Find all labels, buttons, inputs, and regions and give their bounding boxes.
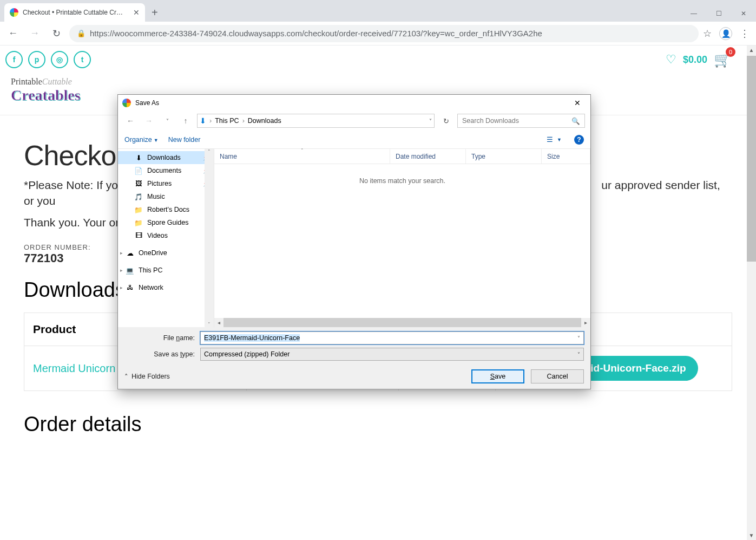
sidebar-root-item[interactable]: ▸💻This PC [118, 264, 214, 277]
hide-folders-toggle[interactable]: ˄ Hide Folders [124, 373, 170, 381]
sidebar-item[interactable]: 📁Robert's Docs [118, 203, 214, 216]
save-type-select[interactable]: Compressed (zipped) Folder ˅ [200, 348, 584, 361]
close-tab-icon[interactable]: ✕ [133, 8, 140, 17]
person-icon: 👤 [721, 29, 731, 38]
folder-icon: 🎞 [134, 231, 143, 240]
folder-icon: 📁 [134, 218, 143, 227]
dropdown-caret-icon[interactable]: ˅ [577, 335, 580, 341]
forward-button[interactable]: → [26, 25, 43, 42]
dialog-title: Save As [135, 99, 566, 107]
sidebar-item-label: Music [147, 193, 165, 200]
view-options-button[interactable]: ☰▼ [544, 134, 564, 145]
back-button[interactable]: ← [4, 25, 22, 42]
sidebar-item[interactable]: 🖼Pictures📌 [118, 177, 214, 190]
sidebar-item-label: Videos [147, 232, 168, 239]
instagram-icon[interactable]: ◎ [51, 51, 68, 68]
breadcrumb-field[interactable]: ⬇ › This PC › Downloads ˅ [197, 114, 435, 128]
browser-tab[interactable]: Checkout • Printable Cuttable Cr… ✕ [4, 3, 145, 22]
save-type-value: Compressed (zipped) Folder [204, 350, 290, 358]
social-links: f p ◎ t [5, 51, 91, 68]
pinterest-icon[interactable]: p [28, 51, 45, 68]
cart-total: $0.00 [683, 54, 707, 66]
reload-button[interactable]: ↻ [48, 25, 65, 42]
expand-chevron-icon[interactable]: ▸ [120, 250, 123, 256]
search-placeholder: Search Downloads [462, 117, 519, 125]
window-maximize-button[interactable]: ☐ [706, 5, 731, 22]
column-size[interactable]: Size [542, 149, 590, 164]
column-date[interactable]: Date modified [390, 149, 466, 164]
sidebar-root-item[interactable]: ▸☁OneDrive [118, 246, 214, 259]
nav-recent-button[interactable]: ˅ [160, 118, 174, 124]
kebab-menu-icon[interactable]: ⋮ [740, 28, 750, 40]
breadcrumb-current[interactable]: Downloads [248, 117, 281, 125]
dialog-path-row: ← → ˅ ↑ ⬇ › This PC › Downloads ˅ ↻ Sear… [118, 111, 590, 131]
address-bar[interactable]: 🔒 https://woocommerce-243384-749024.clou… [69, 25, 699, 42]
sidebar-item[interactable]: 🎵Music [118, 190, 214, 203]
dialog-fields: File name: File name: E391FB-Mermaid-Uni… [118, 327, 590, 365]
logo-text-1b: Cuttable [42, 77, 72, 86]
sidebar-item-label: Documents [147, 167, 181, 174]
lock-icon: 🔒 [77, 29, 86, 37]
refresh-button[interactable]: ↻ [439, 117, 453, 125]
save-type-label: Save as type: [124, 350, 195, 358]
sidebar-scrollbar[interactable]: ˄˅ [205, 149, 214, 327]
sidebar-item[interactable]: ⬇Downloads📌 [118, 151, 214, 164]
wishlist-heart-icon[interactable]: ♡ [666, 53, 676, 67]
sidebar-item-label: Network [139, 284, 163, 291]
order-details-heading: Order details [24, 413, 732, 436]
help-button[interactable]: ? [574, 135, 584, 145]
sidebar-item-label: Spore Guides [147, 219, 188, 226]
window-close-button[interactable]: ✕ [731, 5, 756, 22]
expand-chevron-icon[interactable]: ▸ [120, 268, 123, 273]
dialog-toolbar: Organize▼ New folder ☰▼ ? [118, 131, 590, 149]
folder-icon: 📁 [134, 205, 143, 214]
window-minimize-button[interactable]: ― [681, 5, 706, 22]
twitter-icon[interactable]: t [74, 51, 91, 68]
dropdown-caret-icon[interactable]: ˅ [577, 352, 580, 357]
window-controls: ― ☐ ✕ [681, 5, 756, 22]
sidebar-root-item[interactable]: ▸🖧Network [118, 281, 214, 294]
organize-menu[interactable]: Organize▼ [124, 136, 159, 144]
site-topbar: f p ◎ t ♡ $0.00 🛒 0 [0, 45, 756, 74]
search-input[interactable]: Search Downloads 🔍 [457, 114, 585, 128]
chevron-up-icon: ˄ [124, 373, 128, 381]
browser-toolbar: ← → ↻ 🔒 https://woocommerce-243384-74902… [0, 22, 756, 45]
sort-indicator-icon: ˄ [301, 148, 304, 153]
cancel-button[interactable]: Cancel [531, 369, 584, 383]
expand-chevron-icon[interactable]: ▸ [120, 285, 123, 290]
sidebar-item[interactable]: 📄Documents📌 [118, 164, 214, 177]
site-logo[interactable]: PrintableCuttable Creatables [11, 77, 103, 104]
cart-button[interactable]: 🛒 0 [714, 51, 731, 68]
nav-forward-button[interactable]: → [142, 116, 156, 125]
chrome-icon [122, 99, 131, 107]
save-as-dialog: Save As ✕ ← → ˅ ↑ ⬇ › This PC › Download… [117, 94, 591, 389]
new-folder-button[interactable]: New folder [168, 136, 201, 144]
sidebar-item[interactable]: 📁Spore Guides [118, 216, 214, 229]
page-scrollbar[interactable]: ▲ ▼ [747, 45, 756, 540]
save-button[interactable]: Save [471, 369, 524, 383]
nav-back-button[interactable]: ← [123, 116, 137, 125]
new-tab-button[interactable]: + [145, 3, 165, 22]
drive-icon: 🖧 [126, 283, 134, 292]
url-text: https://woocommerce-243384-749024.cloudw… [90, 29, 691, 38]
file-name-input[interactable]: E391FB-Mermaid-Unicorn-Face ˅ [200, 331, 584, 344]
file-list-hscroll[interactable]: ◂▸ [214, 318, 590, 327]
column-name[interactable]: Name˄ [214, 149, 390, 164]
dialog-close-button[interactable]: ✕ [566, 95, 589, 110]
nav-up-button[interactable]: ↑ [179, 116, 193, 125]
facebook-icon[interactable]: f [5, 51, 23, 68]
chevron-right-icon: › [242, 117, 245, 125]
profile-button[interactable]: 👤 [719, 27, 732, 40]
file-name-value: E391FB-Mermaid-Unicorn-Face [204, 334, 300, 342]
logo-text-1a: Printable [11, 77, 42, 86]
folder-icon: ⬇ [134, 153, 143, 162]
sidebar-item[interactable]: 🎞Videos [118, 229, 214, 242]
downloads-folder-icon: ⬇ [200, 116, 206, 125]
breadcrumb-dropdown-icon[interactable]: ˅ [429, 118, 432, 124]
breadcrumb-root[interactable]: This PC [215, 117, 239, 125]
sidebar-item-label: OneDrive [139, 249, 167, 257]
list-view-icon: ☰ [547, 135, 553, 144]
column-type[interactable]: Type [466, 149, 542, 164]
bookmark-star-icon[interactable]: ☆ [703, 28, 712, 40]
tab-title: Checkout • Printable Cuttable Cr… [23, 9, 129, 16]
